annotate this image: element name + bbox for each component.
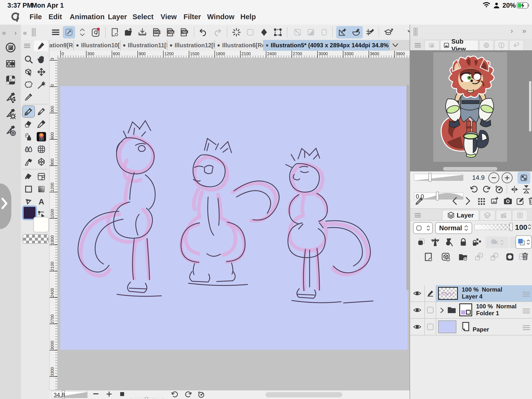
save-button[interactable] [136,26,149,38]
canvas-vertical-scrollbar[interactable] [406,85,409,290]
snap-to-special-ruler-button[interactable] [350,26,362,38]
tool-hand[interactable] [35,54,47,65]
subview-reset-rotation-button[interactable] [495,185,504,194]
layer-drag-handle[interactable] [523,291,530,298]
tab-animation-cels[interactable] [496,210,512,220]
main-menu-button[interactable] [50,26,62,38]
tutorial-button[interactable] [382,26,395,38]
tool-airbrush[interactable] [23,131,34,142]
subview-edit-button[interactable] [516,197,524,205]
menu-select[interactable]: Select [133,13,153,21]
subview-rotate-right-button[interactable] [482,185,491,194]
panel-drag-handle[interactable] [414,28,417,36]
transparent-color-swatch[interactable] [22,234,49,244]
tool-zoom[interactable] [23,54,34,65]
merge-down-button-disabled[interactable] [490,252,499,261]
subview-zoom-in-button[interactable] [502,172,513,183]
panel-collapse-icon[interactable]: » [522,27,526,35]
clip-studio-logo-icon[interactable] [9,11,21,23]
deselect-button[interactable] [244,26,256,38]
layer-mask-button[interactable] [506,253,514,261]
subview-body[interactable] [410,50,532,171]
subview-h-scrollbar[interactable] [443,167,497,171]
clip-studio-service-button[interactable] [89,26,102,38]
bottom-zoom-in-button[interactable] [106,391,112,397]
tab-info[interactable] [494,40,509,50]
quick-access-icon[interactable] [5,42,16,53]
layer-row-paper[interactable]: Paper [410,319,532,335]
tool-liquify[interactable] [35,144,47,155]
tool-auto-select[interactable] [35,79,47,90]
subview-fit-button[interactable] [517,172,530,184]
canvas-viewport[interactable] [57,58,410,390]
reference-layer-button[interactable] [431,237,440,247]
menu-edit[interactable]: Edit [49,13,62,21]
tab-illustration10[interactable]: Illustration10[R [74,40,121,51]
cut-disabled-button[interactable] [291,26,304,38]
copy-disabled-button[interactable] [305,26,317,38]
menu-layer[interactable]: Layer [108,13,127,21]
collapse-palette-icon[interactable]: « [23,29,27,37]
bottom-zoom-slider[interactable]: 34.8 [52,391,87,398]
layer-row-layer4[interactable]: 100 % Normal Layer 4 [410,285,532,302]
tab-illustration6[interactable]: Illustration6[Re [215,40,264,51]
new-file-button[interactable] [109,26,121,38]
layer-opacity-handle[interactable] [510,223,513,231]
subview-next-button[interactable] [465,197,471,205]
layer-drag-handle[interactable] [523,307,530,315]
tool-net[interactable] [35,156,47,167]
tool-selection[interactable] [23,79,34,90]
tab-sub-view[interactable]: Sub View [440,40,479,50]
tool-tab-pencil[interactable] [34,40,48,51]
reference-image[interactable] [433,52,507,162]
pen-pressure-icon[interactable] [5,125,16,136]
snap-to-grid-button[interactable] [364,26,376,38]
tool-blend[interactable] [23,144,34,155]
invert-selection-button[interactable] [258,26,270,38]
layer-select-checkbox[interactable] [425,302,436,318]
undo-button[interactable] [197,26,210,38]
layer-opacity-stepper[interactable] [528,224,531,230]
toolbar-drag-handle[interactable] [32,28,36,36]
tool-text[interactable]: A [35,196,47,207]
export-psd-button[interactable]: psd [178,26,190,38]
layer-color-button[interactable] [515,235,532,249]
lock-layer-button[interactable] [459,238,467,246]
home-indicator[interactable] [266,392,342,397]
bottom-zoom-out-button[interactable] [93,393,99,395]
panel-expand-icon[interactable]: › [511,27,513,35]
toolbar-expand-collapse-button[interactable] [76,26,88,38]
canvas-document[interactable] [60,86,408,350]
expand-right-icon[interactable]: › [14,29,17,37]
subview-eyedropper-button[interactable] [415,197,423,205]
menu-window[interactable]: Window [207,13,234,21]
layer-texture-dropdown[interactable] [413,222,433,234]
tab-layer[interactable]: Layer [442,210,479,220]
subview-flip-horizontal-button[interactable] [510,186,519,193]
clip-to-layer-below-button[interactable] [417,238,425,246]
bottom-rotate-right-button[interactable] [184,391,193,398]
subview-menu-icon[interactable] [415,43,421,48]
tool-pencil[interactable] [35,106,47,117]
subview-v-scrollbar[interactable] [529,81,531,132]
layer-row-folder1[interactable]: 100 % Normal Folder 1 [410,302,532,319]
tool-line-correct[interactable] [23,156,34,167]
open-file-button[interactable] [122,26,135,38]
bottom-reset-view-button[interactable] [198,391,205,398]
subview-thumbnail-grid-button[interactable] [478,198,485,205]
tab-illustration12[interactable]: Illustration12[R [167,40,215,51]
palette-menu-icon[interactable] [24,43,30,48]
pen-settings-icon[interactable] [5,108,16,119]
subview-camera-button[interactable] [503,197,513,205]
tool-gradient[interactable] [35,183,47,195]
layer-opacity-slider[interactable] [475,224,511,230]
bottom-rotate-left-button[interactable] [170,391,179,398]
tool-decoration[interactable] [35,131,47,142]
touch-gesture-button[interactable] [63,26,75,38]
tab-layer-property[interactable] [480,210,495,220]
tool-pen-active[interactable] [23,106,34,117]
tab-reset-view[interactable] [509,40,524,50]
tool-move[interactable] [35,66,47,78]
folder-expand-chevron[interactable] [440,307,445,313]
material-palette-icon[interactable] [5,75,16,85]
